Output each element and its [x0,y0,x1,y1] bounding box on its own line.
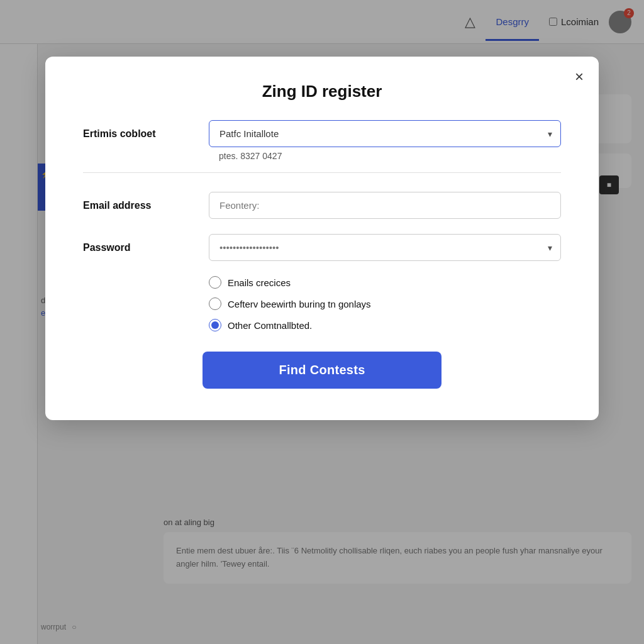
close-button[interactable]: × [575,69,584,84]
password-wrapper: ▾ [209,234,561,261]
modal-divider [83,172,561,173]
radio-label-2: Other Comtnallbted. [228,320,312,331]
radio-label-1: Cefterv beewirth buring tn gonlays [228,299,371,309]
ertimis-label: Ertimis cobloet [83,128,209,140]
email-row: Email address [83,192,561,219]
ertimis-select[interactable]: Patfc Initallote [209,120,561,147]
radio-group: Enails crecices Cefterv beewirth buring … [209,276,561,331]
page: { "nav": { "grid_icon": "⊞", "tabs": [ {… [0,0,644,644]
radio-item-0[interactable]: Enails crecices [209,276,561,289]
select-subtext-row: ptes. 8327 0427 [83,151,561,161]
radio-label-0: Enails crecices [228,277,291,288]
ertimis-select-wrapper: Patfc Initallote ▾ [209,120,561,147]
radio-item-1[interactable]: Cefterv beewirth buring tn gonlays [209,297,561,310]
radio-item-2[interactable]: Other Comtnallbted. [209,319,561,331]
password-input[interactable] [209,234,561,261]
radio-input-0[interactable] [209,276,221,289]
password-label: Password [83,242,209,253]
radio-input-2[interactable] [209,319,221,331]
ertimis-row: Ertimis cobloet Patfc Initallote ▾ [83,120,561,147]
email-label: Email address [83,200,209,211]
email-input[interactable] [209,192,561,219]
modal-title: Zing ID register [45,82,599,101]
radio-input-1[interactable] [209,297,221,310]
password-row: Password ▾ [83,234,561,261]
modal-overlay: × Zing ID register Ertimis cobloet Patfc… [0,0,644,644]
modal-dialog: × Zing ID register Ertimis cobloet Patfc… [45,57,599,420]
modal-body: Ertimis cobloet Patfc Initallote ▾ ptes.… [45,120,599,389]
find-contests-button[interactable]: Find Contests [203,352,441,389]
select-subtext: ptes. 8327 0427 [209,151,561,161]
